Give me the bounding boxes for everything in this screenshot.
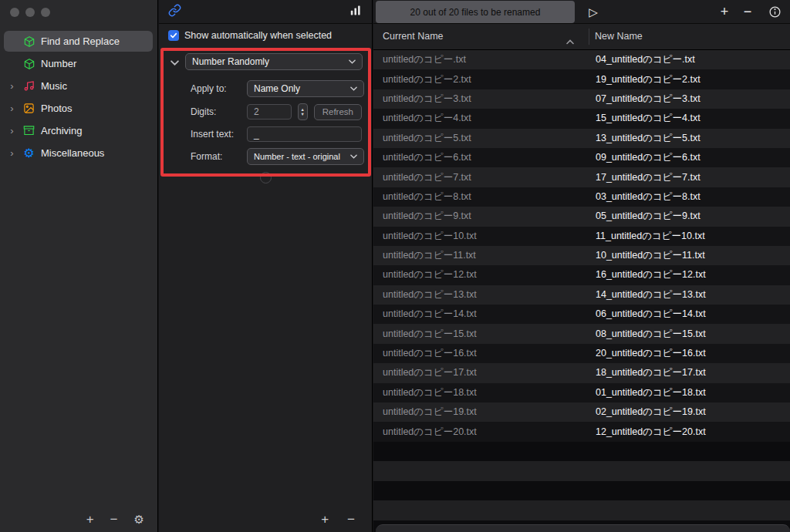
format-label: Format: xyxy=(191,151,241,162)
table-row[interactable]: untitledのコピー12.txt16_untitledのコピー12.txt xyxy=(373,265,790,285)
action-type-dropdown[interactable]: Number Randomly xyxy=(185,53,363,70)
sidebar-item-archiving[interactable]: ›Archiving xyxy=(4,120,153,141)
music-note-icon xyxy=(22,79,36,93)
settings-gear-icon[interactable]: ⚙ xyxy=(134,513,144,525)
new-name-cell: 15_untitledのコピー4.txt xyxy=(589,112,790,125)
table-row[interactable]: untitledのコピー3.txt07_untitledのコピー3.txt xyxy=(373,89,790,109)
table-row[interactable]: untitledのコピー9.txt05_untitledのコピー9.txt xyxy=(373,207,790,226)
current-name-cell: untitledのコピー4.txt xyxy=(373,112,589,125)
sidebar-list: Find and ReplaceNumber›Music›Photos›Arch… xyxy=(4,31,153,163)
remove-action-button[interactable]: − xyxy=(347,513,355,526)
table-row[interactable]: untitledのコピー.txt04_untitledのコピー.txt xyxy=(373,50,790,69)
current-name-cell: untitledのコピー16.txt xyxy=(373,347,589,360)
table-row[interactable]: untitledのコピー15.txt08_untitledのコピー15.txt xyxy=(373,324,790,343)
sidebar-item-label: Music xyxy=(41,80,67,92)
remove-files-button[interactable]: − xyxy=(738,0,757,24)
link-icon[interactable] xyxy=(168,4,181,20)
table-row[interactable]: untitledのコピー4.txt15_untitledのコピー4.txt xyxy=(373,109,790,128)
table-row[interactable]: untitledのコピー2.txt19_untitledのコピー2.txt xyxy=(373,69,790,89)
table-row[interactable]: untitledのコピー16.txt20_untitledのコピー16.txt xyxy=(373,344,790,363)
sidebar-item-label: Miscellaneous xyxy=(41,147,104,159)
table-row[interactable]: untitledのコピー10.txt11_untitledのコピー10.txt xyxy=(373,227,790,246)
table-row[interactable]: untitledのコピー14.txt06_untitledのコピー14.txt xyxy=(373,305,790,324)
insert-text-label: Insert text: xyxy=(191,129,241,140)
sidebar-item-number[interactable]: Number xyxy=(4,53,153,74)
zoom-button[interactable] xyxy=(41,8,50,17)
new-name-cell: 08_untitledのコピー15.txt xyxy=(589,328,790,341)
new-name-cell: 14_untitledのコピー13.txt xyxy=(589,288,790,301)
new-name-cell: 07_untitledのコピー3.txt xyxy=(589,93,790,106)
digits-input[interactable]: 2 xyxy=(247,104,292,120)
new-name-cell: 06_untitledのコピー14.txt xyxy=(589,308,790,321)
show-automatically-label: Show automatically when selected xyxy=(184,30,332,41)
stepper-down-icon[interactable]: ▾ xyxy=(302,112,304,116)
chevron-right-icon[interactable]: › xyxy=(7,81,17,91)
add-action-button[interactable]: + xyxy=(321,513,329,526)
status-badge: 20 out of 20 files to be renamed xyxy=(376,1,575,23)
photo-icon xyxy=(22,102,36,116)
column-header-new-name[interactable]: New Name xyxy=(595,31,643,42)
action-inspector-panel: Show automatically when selected Number … xyxy=(159,0,373,532)
table-row[interactable]: untitledのコピー17.txt18_untitledのコピー17.txt xyxy=(373,363,790,382)
table-row[interactable]: untitledのコピー6.txt09_untitledのコピー6.txt xyxy=(373,148,790,167)
new-name-cell: 02_untitledのコピー19.txt xyxy=(589,406,790,419)
remove-preset-button[interactable]: − xyxy=(110,513,118,526)
action-type-value: Number Randomly xyxy=(192,56,269,67)
table-header: Current Name New Name xyxy=(373,24,790,50)
show-automatically-row: Show automatically when selected xyxy=(168,30,332,41)
action-fields: Apply to: Name Only Digits: 2 ▴ ▾ Refres… xyxy=(159,80,372,165)
chevron-down-icon[interactable] xyxy=(170,55,179,69)
table-row[interactable]: untitledのコピー5.txt13_untitledのコピー5.txt xyxy=(373,129,790,148)
current-name-cell: untitledのコピー5.txt xyxy=(373,132,589,145)
sidebar-item-photos[interactable]: ›Photos xyxy=(4,98,153,119)
refresh-button[interactable]: Refresh xyxy=(314,104,362,120)
table-row[interactable]: untitledのコピー8.txt03_untitledのコピー8.txt xyxy=(373,187,790,207)
new-name-cell: 19_untitledのコピー2.txt xyxy=(589,73,790,86)
new-name-cell: 10_untitledのコピー11.txt xyxy=(589,249,790,262)
run-rename-button[interactable]: ▷ xyxy=(584,0,603,24)
sidebar-item-label: Find and Replace xyxy=(41,35,120,47)
close-button[interactable] xyxy=(10,8,19,17)
table-row[interactable]: untitledのコピー19.txt02_untitledのコピー19.txt xyxy=(373,402,790,422)
drag-handle-icon xyxy=(260,172,272,184)
table-row[interactable]: untitledのコピー18.txt01_untitledのコピー18.txt xyxy=(373,383,790,402)
sidebar-item-music[interactable]: ›Music xyxy=(4,76,153,96)
sidebar-item-find-and-replace[interactable]: Find and Replace xyxy=(4,31,153,52)
new-name-cell: 17_untitledのコピー7.txt xyxy=(589,171,790,184)
chevron-right-icon[interactable]: › xyxy=(7,148,17,158)
digits-row: Digits: 2 ▴ ▾ Refresh xyxy=(191,103,362,120)
insert-text-input[interactable]: _ xyxy=(247,126,362,142)
inspector-toolbar xyxy=(159,0,372,24)
chevron-right-icon[interactable]: › xyxy=(7,103,17,113)
table-row[interactable]: untitledのコピー20.txt12_untitledのコピー20.txt xyxy=(373,422,790,441)
current-name-cell: untitledのコピー9.txt xyxy=(373,210,589,223)
new-name-cell: 16_untitledのコピー12.txt xyxy=(589,268,790,281)
table-row[interactable]: untitledのコピー7.txt17_untitledのコピー7.txt xyxy=(373,167,790,187)
column-divider[interactable] xyxy=(589,29,589,45)
file-list-panel: 20 out of 20 files to be renamed ▷ + − C… xyxy=(373,0,790,532)
files-toolbar: 20 out of 20 files to be renamed ▷ + − xyxy=(373,0,790,24)
table-row[interactable]: untitledのコピー11.txt10_untitledのコピー11.txt xyxy=(373,246,790,265)
show-automatically-checkbox[interactable] xyxy=(168,30,179,41)
apply-to-value: Name Only xyxy=(254,83,300,94)
table-row[interactable]: untitledのコピー13.txt14_untitledのコピー13.txt xyxy=(373,285,790,305)
new-name-cell: 11_untitledのコピー10.txt xyxy=(589,230,790,243)
apply-to-dropdown[interactable]: Name Only xyxy=(247,80,364,97)
chevron-right-icon[interactable]: › xyxy=(7,126,17,136)
format-dropdown[interactable]: Number - text - original xyxy=(247,148,364,165)
current-name-cell: untitledのコピー14.txt xyxy=(373,308,589,321)
current-name-cell: untitledのコピー2.txt xyxy=(373,73,589,86)
digits-stepper[interactable]: ▴ ▾ xyxy=(298,103,308,120)
info-icon[interactable] xyxy=(765,0,785,24)
sidebar-item-miscellaneous[interactable]: ›⚙Miscellaneous xyxy=(4,143,153,163)
bar-chart-icon[interactable] xyxy=(350,5,363,19)
new-name-cell: 12_untitledのコピー20.txt xyxy=(589,426,790,439)
add-preset-button[interactable]: + xyxy=(86,513,94,526)
minimize-button[interactable] xyxy=(25,8,35,17)
column-header-current-name[interactable]: Current Name xyxy=(383,31,444,42)
current-name-cell: untitledのコピー15.txt xyxy=(373,328,589,341)
inspector-footer: + − xyxy=(159,506,372,532)
add-files-button[interactable]: + xyxy=(715,0,734,24)
new-name-cell: 13_untitledのコピー5.txt xyxy=(589,132,790,145)
current-name-cell: untitledのコピー18.txt xyxy=(373,386,589,399)
